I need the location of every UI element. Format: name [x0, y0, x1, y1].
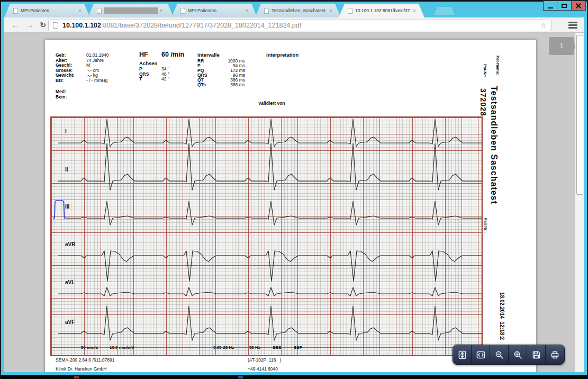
patient-row: Geb:01.01.1940	[56, 52, 140, 57]
intervalle-row: QRS96 ms	[197, 73, 251, 77]
minimize-button[interactable]	[543, 1, 557, 11]
ecg-trace-III	[67, 201, 482, 225]
ecg-grid: IIIIIIaVRaVLaVF	[50, 116, 483, 356]
page-favicon-icon	[180, 8, 185, 14]
maximize-button[interactable]	[557, 1, 572, 11]
omnibox[interactable]: 10.100.1.102:8081/base/372028/befund/127…	[48, 20, 551, 31]
interpretation-title: Interpretation	[266, 52, 298, 58]
zoom-out-icon	[494, 350, 504, 360]
ssf-label: SSF	[294, 345, 302, 350]
url-path: :8081/base/372028/befund/1277917/372028_…	[101, 22, 301, 29]
achsen-row-value: 42 °	[161, 76, 169, 82]
pdf-viewer: Geb:01.01.1940Alter:74 JahreGeschl:MGrös…	[4, 33, 584, 372]
tab-mpi-patienten[interactable]: MPI-Patienten×	[4, 4, 90, 17]
fit-page-button[interactable]	[453, 345, 472, 364]
tab-redacted[interactable]: ×	[88, 4, 174, 17]
close-button[interactable]	[572, 1, 586, 11]
intervalle-row: QT386 ms	[197, 77, 251, 82]
back-button[interactable]: ←	[9, 19, 22, 31]
url-text: 10.100.1.102:8081/base/372028/befund/127…	[62, 22, 537, 29]
fit-width-icon	[476, 350, 486, 360]
pat-name-label: Pat-Name:	[495, 56, 500, 75]
patient-row: Geschl:M	[56, 62, 140, 67]
record-datetime: 18.02.2014 12:18:2	[499, 292, 505, 340]
fit-width-button[interactable]	[472, 345, 490, 364]
print-icon	[550, 350, 560, 360]
ecg-svg: IIIIIIaVRaVLaVF	[51, 118, 484, 357]
pdf-toolbar	[453, 345, 565, 365]
device-model: (AT-102P 116 )	[248, 357, 281, 363]
tab-close-icon[interactable]: ×	[245, 8, 250, 13]
new-tab-button[interactable]	[434, 7, 454, 15]
page-indicator-bubble: 1	[549, 37, 574, 55]
minimize-icon	[548, 7, 553, 8]
achsen-row-label: P	[139, 66, 142, 71]
menu-button[interactable]	[566, 20, 580, 31]
device-version: SEMA-200 2.64.0 /611.07891	[56, 357, 114, 363]
patient-row-label: Alter:	[56, 58, 67, 63]
forward-button[interactable]: →	[23, 19, 36, 31]
save-button[interactable]	[527, 345, 546, 364]
page-favicon-icon	[348, 8, 352, 14]
print-button[interactable]	[546, 345, 564, 364]
gain-label: 10.0 mm/mV	[110, 345, 134, 350]
tab-close-icon[interactable]: ×	[77, 8, 83, 13]
pat-name-value: Testsandleben Saschatest	[489, 86, 499, 204]
zoom-in-icon	[513, 350, 523, 360]
taskbar-icon-fragment	[74, 376, 79, 378]
url-host: 10.100.1.102	[62, 22, 101, 29]
achsen-row-value: 48 °	[161, 71, 169, 77]
achsen-row-label: T	[139, 76, 142, 82]
save-icon	[531, 350, 541, 360]
intervalle-row: P94 ms	[197, 63, 251, 68]
zoom-out-button[interactable]	[490, 345, 509, 364]
reload-button[interactable]: ↻	[37, 19, 49, 31]
window-edge	[0, 0, 1, 379]
tab-mpi-patienten[interactable]: MPI-Patienten×	[171, 4, 257, 17]
tab-title: Testsandleben, Saschatest	[272, 8, 328, 13]
med-label: Med:	[56, 89, 66, 94]
window-controls	[543, 1, 586, 11]
intervalle-row: QTc386 ms	[197, 82, 251, 87]
achsen-row-value: 34 °	[161, 66, 169, 71]
tab-title: MPI-Patienten	[21, 8, 77, 13]
bookmark-star-icon[interactable]: ☆	[540, 21, 547, 30]
ecg-trace-aVR	[58, 251, 482, 281]
fall-nr-label: Fall-Nr.:	[483, 218, 488, 233]
hamburger-icon	[568, 22, 577, 23]
page-favicon-icon	[53, 22, 58, 29]
lead-label-aVF: aVF	[65, 319, 75, 325]
vertical-scrollbar[interactable]	[575, 33, 584, 372]
patient-row: Grösse: -.- cm	[56, 68, 140, 73]
tab-title: MPI-Patienten	[188, 8, 245, 13]
tab-10-100-1-102-8081-base-37[interactable]: 10.100.1.102:8081/base/37×	[339, 4, 424, 17]
fit-page-icon	[457, 350, 467, 360]
intervalle-title: Intervalle	[197, 52, 220, 58]
patient-row: Alter:74 Jahre	[56, 58, 140, 62]
achsen-row: QRS48 °	[139, 71, 182, 76]
patient-row: BD:- / - mmHg	[56, 78, 140, 83]
ecg-trace-I	[58, 119, 482, 147]
patient-row-value: -.- kg	[86, 73, 98, 78]
browser-toolbar: ← → ↻ 10.100.1.102:8081/base/372028/befu…	[4, 17, 584, 33]
patient-row-label: Geschl:	[56, 62, 72, 68]
browser-window: MPI-Patienten××MPI-Patienten×Testsandleb…	[0, 0, 588, 379]
clinic-phone: +49 4141 6040	[248, 366, 278, 372]
achsen-row-label: QRS	[139, 71, 149, 77]
zoom-in-button[interactable]	[509, 345, 527, 364]
tab-close-icon[interactable]: ×	[328, 8, 333, 13]
tab-title: 10.100.1.102:8081/base/37	[355, 8, 412, 13]
patient-row-value: -.- cm	[86, 68, 99, 73]
ecg-trace-aVL	[58, 287, 482, 296]
speed-label: 50 mm/s	[81, 345, 98, 350]
scrollbar-thumb[interactable]	[576, 35, 583, 195]
patient-row-value: 74 Jahre	[86, 58, 104, 63]
lead-label-II: II	[65, 167, 68, 173]
tab-close-icon[interactable]: ×	[412, 8, 417, 13]
notch-label: 50 Hz	[249, 345, 260, 350]
hf-value: 60 /min	[161, 51, 184, 58]
patient-row-value: M	[86, 62, 90, 68]
achsen-title: Achsen	[139, 60, 157, 66]
tab-testsandleben-saschatest[interactable]: Testsandleben, Saschatest×	[255, 4, 341, 17]
tab-close-icon[interactable]: ×	[158, 8, 164, 13]
